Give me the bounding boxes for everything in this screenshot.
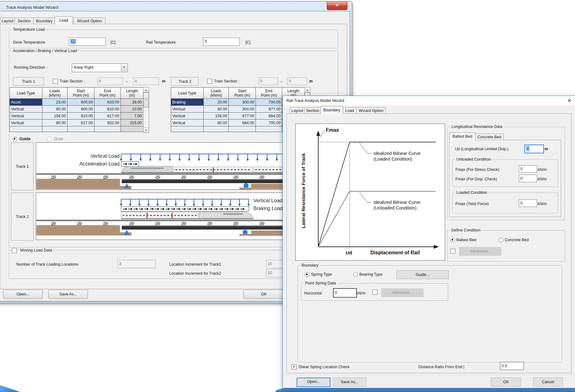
guide-button[interactable]: Guide...: [396, 270, 449, 279]
bearing-type-radio[interactable]: [353, 272, 358, 277]
unloaded-condition-group: Unloaded Condition: [452, 159, 558, 187]
fg-tab-layout[interactable]: Layout: [290, 107, 305, 114]
track1-range-tilde: ~: [126, 80, 128, 84]
temperature-load-group: Temperature Load: [9, 29, 338, 48]
horizontal-input[interactable]: 0: [333, 288, 357, 298]
svg-text:Idealized Bilnear Curve: Idealized Bilnear Curve: [373, 200, 421, 205]
track1-range-from[interactable]: 0: [97, 77, 123, 85]
location-increment-track2-label: Location Increment for Track2: [169, 271, 221, 276]
track2-range-from[interactable]: 0: [259, 77, 278, 85]
fmax-yield-label: Fmax (Yield Force): [455, 202, 489, 206]
define-concrete-bed-radio[interactable]: [499, 238, 503, 242]
desktop: Track Analysis Model Wizard ✕ Layout Sec…: [0, 0, 575, 392]
ud-limited-disp-input[interactable]: 0: [524, 145, 544, 153]
define-ballast-bed-radio[interactable]: [450, 238, 455, 242]
fg-open-button[interactable]: Open...: [297, 378, 330, 387]
fmax-disp-input[interactable]: 0: [519, 175, 537, 182]
bearing-type-label: Bearing Type: [359, 272, 382, 277]
horizontal-label: Horizontal: [304, 291, 322, 295]
ud-limited-disp-label: Ud (Longitudinal Limited Disp.): [455, 147, 508, 151]
fg-titlebar[interactable]: Rail Track Analysis Model Wizard: [283, 96, 575, 105]
define-condition-group: Define Condition: [447, 230, 565, 262]
horizontal-unit: kN/m: [356, 291, 365, 295]
ballast-bed-tab[interactable]: Ballast Bed: [449, 132, 476, 140]
svg-text:(Loaded Condition): (Loaded Condition): [373, 156, 412, 162]
guide-radio[interactable]: [13, 137, 17, 141]
table-row[interactable]: Vertical 80.00 617.00 932.00 315.00: [10, 119, 143, 126]
fg-tab-boundary[interactable]: Boundary: [320, 106, 343, 114]
scroll-up-icon[interactable]: ▲: [305, 87, 310, 93]
unloaded-condition-label: Unloaded Condition: [455, 157, 492, 162]
fmax-stress-input[interactable]: 0: [519, 165, 537, 173]
table-header-row: Load Type Loads(kN/m) StartPoint (m) End…: [10, 87, 143, 99]
fg-cancel-button[interactable]: Cancel: [533, 378, 563, 386]
define-advanced-checkbox[interactable]: [450, 249, 455, 254]
fg-close-button[interactable]: ✕: [566, 98, 573, 104]
fg-ok-button[interactable]: OK: [491, 378, 521, 386]
svg-text:(Unloaded Condition): (Unloaded Condition): [373, 205, 416, 210]
bg-close-button[interactable]: ✕: [327, 2, 347, 10]
svg-text:Displacement of Rail: Displacement of Rail: [370, 250, 420, 255]
temperature-load-label: Temperature Load: [12, 27, 46, 32]
svg-text:Lateral Resistance Force of Tr: Lateral Resistance Force of Track: [301, 153, 306, 228]
spring-type-radio[interactable]: [305, 272, 309, 277]
deck-temperature-input[interactable]: 25: [69, 38, 106, 46]
bg-titlebar[interactable]: Track Analysis Model Wizard: [0, 2, 352, 11]
close-icon: ✕: [336, 3, 339, 8]
point-spring-advanced-checkbox[interactable]: [373, 290, 378, 295]
fg-tab-load[interactable]: Load: [342, 107, 357, 114]
track2-range-to[interactable]: 0: [287, 77, 307, 85]
accel-braking-label: Acceleration / Braking / Vertical Load: [12, 49, 78, 53]
track1-diagram-label-box: Track 1: [11, 142, 34, 190]
longitudinal-resistance-label: Longitudinal Resistance Data: [450, 124, 504, 129]
bg-open-button[interactable]: Open...: [3, 290, 43, 299]
fg-tab-section[interactable]: Section: [304, 107, 321, 114]
rail-temperature-label: Rail Temperature: [146, 40, 176, 45]
table-row[interactable]: Accel. 23.00 600.00 633.00 33.00: [10, 99, 143, 106]
track1-range-to[interactable]: 0: [133, 77, 159, 85]
location-increment-track2-input[interactable]: 10: [266, 269, 284, 277]
table-row[interactable]: Vertical 80.00 600.00 610.00 10.00: [10, 106, 143, 113]
fg-save-as-button[interactable]: Save As...: [333, 378, 366, 386]
bg-tab-layout[interactable]: Layout: [0, 18, 15, 24]
define-condition-label: Define Condition: [450, 228, 481, 232]
fg-tab-wizard-option[interactable]: Wizard Option: [356, 107, 386, 114]
ud-limited-disp-unit: m: [545, 147, 548, 151]
fmax-yield-input[interactable]: 0: [519, 199, 537, 207]
num-track-loading-input[interactable]: 3: [117, 260, 156, 268]
bg-tab-load[interactable]: Load: [55, 16, 73, 24]
bg-save-as-button[interactable]: Save As...: [48, 290, 88, 299]
running-direction-select[interactable]: Keep Right ▼: [72, 63, 128, 72]
distance-ratio-input[interactable]: 0.5: [500, 362, 524, 370]
location-increment-track1-label: Location Increment for Track1: [169, 262, 221, 267]
point-spring-advanced-button[interactable]: Advanced...: [381, 289, 423, 297]
spring-type-label: Spring Type: [311, 272, 332, 277]
track1-load-table: Load Type Loads(kN/m) StartPoint (m) End…: [9, 87, 143, 132]
bg-tab-wizard-option[interactable]: Wizard Option: [73, 18, 105, 24]
shear-spring-checkbox[interactable]: ✓: [292, 364, 297, 369]
distance-ratio-label: Distance Ratio From End |: [418, 365, 464, 369]
bg-window-title: Track Analysis Model Wizard: [6, 5, 58, 10]
track1-range-unit: m: [162, 79, 165, 83]
table-row[interactable]: [10, 126, 143, 132]
boundary-label: Boundary: [300, 263, 320, 268]
scroll-up-icon[interactable]: ▲: [143, 87, 149, 93]
location-increment-track1-input[interactable]: 10: [266, 260, 284, 268]
define-advanced-button[interactable]: Advanced...: [459, 247, 501, 256]
table-row[interactable]: Vertical 156.00 610.00 617.00 7.00: [10, 113, 143, 119]
track2-train-section-checkbox[interactable]: [207, 79, 212, 84]
bg-tab-section[interactable]: Section: [14, 18, 34, 24]
chevron-down-icon[interactable]: ▼: [121, 64, 127, 72]
track2-train-section-label: Train Section :: [214, 79, 239, 83]
concrete-bed-tab[interactable]: Concrete Bed: [475, 134, 504, 140]
scrollbar-thumb[interactable]: [143, 93, 149, 108]
bg-ok-button[interactable]: OK: [243, 290, 285, 299]
rail-temperature-input[interactable]: 0: [203, 38, 240, 46]
track1-train-section-checkbox[interactable]: [53, 79, 58, 84]
moving-load-checkbox[interactable]: [12, 248, 17, 253]
scroll-down-icon[interactable]: ▼: [143, 128, 149, 133]
draw-radio[interactable]: [47, 137, 52, 141]
track1-table-scrollbar[interactable]: ▲ ▼: [143, 87, 149, 133]
bg-tab-boundary[interactable]: Boundary: [33, 18, 55, 24]
track2-range-tilde: ~: [280, 80, 282, 84]
